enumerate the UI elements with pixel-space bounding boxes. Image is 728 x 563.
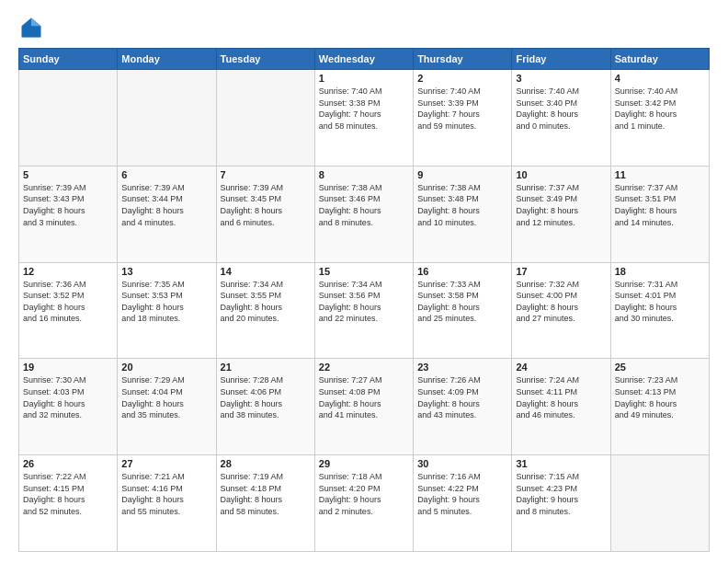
day-number: 3 (516, 73, 606, 84)
calendar-table: SundayMondayTuesdayWednesdayThursdayFrid… (18, 48, 710, 552)
day-info: Sunrise: 7:34 AMSunset: 3:55 PMDaylight:… (221, 279, 311, 325)
day-number: 25 (615, 362, 705, 373)
day-info: Sunrise: 7:40 AMSunset: 3:38 PMDaylight:… (319, 86, 409, 132)
day-number: 24 (516, 362, 606, 373)
day-info: Sunrise: 7:31 AMSunset: 4:01 PMDaylight:… (615, 279, 705, 325)
day-number: 19 (23, 362, 113, 373)
weekday-monday: Monday (118, 49, 216, 70)
day-info: Sunrise: 7:40 AMSunset: 3:39 PMDaylight:… (417, 86, 507, 132)
day-cell (610, 455, 709, 552)
header (18, 15, 710, 40)
day-number: 29 (319, 458, 409, 469)
day-number: 17 (516, 266, 606, 277)
day-number: 6 (121, 169, 211, 180)
day-cell: 2Sunrise: 7:40 AMSunset: 3:39 PMDaylight… (414, 70, 512, 167)
weekday-saturday: Saturday (610, 49, 709, 70)
day-number: 10 (516, 169, 606, 180)
week-row-4: 26Sunrise: 7:22 AMSunset: 4:15 PMDayligh… (19, 455, 710, 552)
day-cell: 25Sunrise: 7:23 AMSunset: 4:13 PMDayligh… (610, 359, 709, 455)
day-cell (19, 70, 118, 167)
day-info: Sunrise: 7:19 AMSunset: 4:18 PMDaylight:… (221, 471, 311, 517)
day-cell: 16Sunrise: 7:33 AMSunset: 3:58 PMDayligh… (414, 262, 512, 359)
weekday-wednesday: Wednesday (314, 49, 413, 70)
day-number: 22 (319, 362, 409, 373)
day-info: Sunrise: 7:40 AMSunset: 3:42 PMDaylight:… (615, 86, 705, 132)
day-info: Sunrise: 7:35 AMSunset: 3:53 PMDaylight:… (121, 279, 211, 325)
day-number: 23 (417, 362, 507, 373)
day-info: Sunrise: 7:24 AMSunset: 4:11 PMDaylight:… (516, 374, 606, 420)
day-cell: 4Sunrise: 7:40 AMSunset: 3:42 PMDaylight… (610, 70, 709, 167)
weekday-friday: Friday (512, 49, 610, 70)
day-info: Sunrise: 7:38 AMSunset: 3:46 PMDaylight:… (319, 182, 409, 228)
day-number: 31 (516, 458, 606, 469)
day-cell: 27Sunrise: 7:21 AMSunset: 4:16 PMDayligh… (118, 455, 216, 552)
day-info: Sunrise: 7:18 AMSunset: 4:20 PMDaylight:… (319, 471, 409, 517)
weekday-tuesday: Tuesday (216, 49, 314, 70)
day-cell: 19Sunrise: 7:30 AMSunset: 4:03 PMDayligh… (19, 359, 118, 455)
day-number: 20 (121, 362, 211, 373)
day-info: Sunrise: 7:33 AMSunset: 3:58 PMDaylight:… (417, 279, 507, 325)
day-number: 21 (221, 362, 311, 373)
day-number: 15 (319, 266, 409, 277)
day-cell: 9Sunrise: 7:38 AMSunset: 3:48 PMDaylight… (414, 166, 512, 262)
day-cell: 8Sunrise: 7:38 AMSunset: 3:46 PMDaylight… (314, 166, 413, 262)
svg-marker-1 (31, 18, 41, 27)
logo-icon (18, 15, 44, 40)
day-number: 8 (319, 169, 409, 180)
page: SundayMondayTuesdayWednesdayThursdayFrid… (0, 0, 728, 563)
day-cell: 6Sunrise: 7:39 AMSunset: 3:44 PMDaylight… (118, 166, 216, 262)
day-info: Sunrise: 7:37 AMSunset: 3:51 PMDaylight:… (615, 182, 705, 228)
day-cell: 21Sunrise: 7:28 AMSunset: 4:06 PMDayligh… (216, 359, 314, 455)
day-cell: 26Sunrise: 7:22 AMSunset: 4:15 PMDayligh… (19, 455, 118, 552)
day-cell: 28Sunrise: 7:19 AMSunset: 4:18 PMDayligh… (216, 455, 314, 552)
day-info: Sunrise: 7:37 AMSunset: 3:49 PMDaylight:… (516, 182, 606, 228)
day-number: 4 (615, 73, 705, 84)
day-cell: 18Sunrise: 7:31 AMSunset: 4:01 PMDayligh… (610, 262, 709, 359)
week-row-1: 5Sunrise: 7:39 AMSunset: 3:43 PMDaylight… (19, 166, 710, 262)
day-info: Sunrise: 7:29 AMSunset: 4:04 PMDaylight:… (121, 374, 211, 420)
day-info: Sunrise: 7:28 AMSunset: 4:06 PMDaylight:… (221, 374, 311, 420)
day-cell: 24Sunrise: 7:24 AMSunset: 4:11 PMDayligh… (512, 359, 610, 455)
day-number: 7 (221, 169, 311, 180)
day-number: 9 (417, 169, 507, 180)
day-cell: 12Sunrise: 7:36 AMSunset: 3:52 PMDayligh… (19, 262, 118, 359)
day-number: 18 (615, 266, 705, 277)
day-info: Sunrise: 7:36 AMSunset: 3:52 PMDaylight:… (23, 279, 113, 325)
day-cell: 15Sunrise: 7:34 AMSunset: 3:56 PMDayligh… (314, 262, 413, 359)
day-info: Sunrise: 7:34 AMSunset: 3:56 PMDaylight:… (319, 279, 409, 325)
day-info: Sunrise: 7:27 AMSunset: 4:08 PMDaylight:… (319, 374, 409, 420)
day-number: 13 (121, 266, 211, 277)
weekday-header-row: SundayMondayTuesdayWednesdayThursdayFrid… (19, 49, 710, 70)
day-cell: 17Sunrise: 7:32 AMSunset: 4:00 PMDayligh… (512, 262, 610, 359)
week-row-3: 19Sunrise: 7:30 AMSunset: 4:03 PMDayligh… (19, 359, 710, 455)
day-info: Sunrise: 7:15 AMSunset: 4:23 PMDaylight:… (516, 471, 606, 517)
day-number: 26 (23, 458, 113, 469)
day-info: Sunrise: 7:30 AMSunset: 4:03 PMDaylight:… (23, 374, 113, 420)
logo (18, 15, 48, 40)
day-info: Sunrise: 7:23 AMSunset: 4:13 PMDaylight:… (615, 374, 705, 420)
day-cell (118, 70, 216, 167)
day-cell: 31Sunrise: 7:15 AMSunset: 4:23 PMDayligh… (512, 455, 610, 552)
day-cell: 29Sunrise: 7:18 AMSunset: 4:20 PMDayligh… (314, 455, 413, 552)
day-info: Sunrise: 7:16 AMSunset: 4:22 PMDaylight:… (417, 471, 507, 517)
day-number: 27 (121, 458, 211, 469)
day-number: 1 (319, 73, 409, 84)
day-info: Sunrise: 7:22 AMSunset: 4:15 PMDaylight:… (23, 471, 113, 517)
day-cell: 11Sunrise: 7:37 AMSunset: 3:51 PMDayligh… (610, 166, 709, 262)
day-number: 16 (417, 266, 507, 277)
day-cell (216, 70, 314, 167)
day-number: 30 (417, 458, 507, 469)
day-number: 12 (23, 266, 113, 277)
day-cell: 5Sunrise: 7:39 AMSunset: 3:43 PMDaylight… (19, 166, 118, 262)
day-info: Sunrise: 7:26 AMSunset: 4:09 PMDaylight:… (417, 374, 507, 420)
day-info: Sunrise: 7:39 AMSunset: 3:45 PMDaylight:… (221, 182, 311, 228)
day-cell: 14Sunrise: 7:34 AMSunset: 3:55 PMDayligh… (216, 262, 314, 359)
day-cell: 3Sunrise: 7:40 AMSunset: 3:40 PMDaylight… (512, 70, 610, 167)
day-info: Sunrise: 7:39 AMSunset: 3:43 PMDaylight:… (23, 182, 113, 228)
day-info: Sunrise: 7:21 AMSunset: 4:16 PMDaylight:… (121, 471, 211, 517)
day-number: 5 (23, 169, 113, 180)
week-row-2: 12Sunrise: 7:36 AMSunset: 3:52 PMDayligh… (19, 262, 710, 359)
week-row-0: 1Sunrise: 7:40 AMSunset: 3:38 PMDaylight… (19, 70, 710, 167)
day-number: 14 (221, 266, 311, 277)
day-cell: 13Sunrise: 7:35 AMSunset: 3:53 PMDayligh… (118, 262, 216, 359)
